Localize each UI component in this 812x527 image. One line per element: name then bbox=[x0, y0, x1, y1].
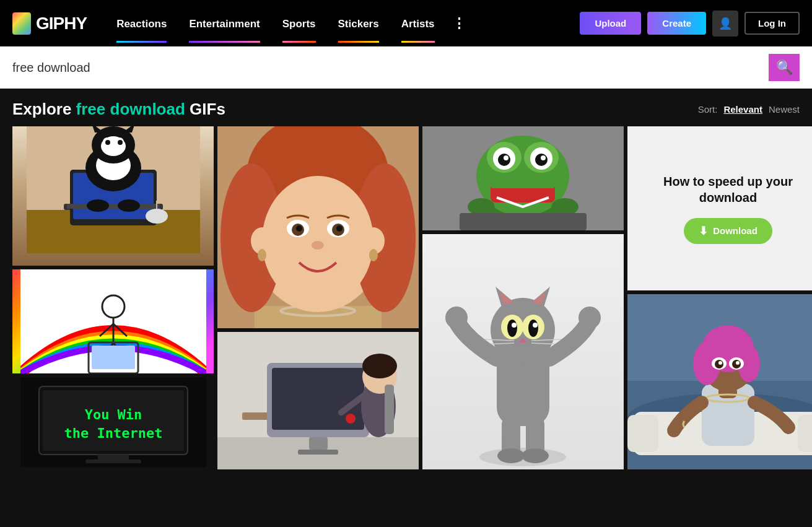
gif-column-1: ✦ ✦ ✦ bbox=[12, 126, 214, 469]
explore-section: Explore free download GIFs Sort: Relevan… bbox=[0, 89, 812, 126]
svg-rect-71 bbox=[385, 385, 394, 434]
svg-point-53 bbox=[336, 225, 343, 232]
search-bar: 🔍 bbox=[0, 46, 812, 89]
svg-point-14 bbox=[105, 140, 110, 145]
svg-point-84 bbox=[541, 155, 546, 160]
svg-point-132 bbox=[736, 361, 740, 365]
search-input[interactable] bbox=[12, 61, 769, 75]
svg-rect-87 bbox=[460, 213, 587, 230]
search-button[interactable]: 🔍 bbox=[769, 54, 800, 81]
svg-point-17 bbox=[118, 199, 140, 212]
user-icon-button[interactable]: 👤 bbox=[712, 11, 738, 37]
sort-controls: Sort: Relevant Newest bbox=[698, 104, 800, 115]
upload-button[interactable]: Upload bbox=[580, 12, 641, 35]
create-button[interactable]: Create bbox=[647, 12, 706, 35]
svg-point-101 bbox=[533, 323, 538, 328]
explore-prefix: Explore bbox=[12, 100, 76, 118]
cat-standing-illustration bbox=[422, 234, 624, 469]
svg-point-111 bbox=[497, 448, 525, 463]
svg-point-15 bbox=[118, 140, 123, 145]
search-icon: 🔍 bbox=[776, 59, 793, 76]
svg-rect-66 bbox=[298, 450, 338, 455]
explore-suffix: GIFs bbox=[185, 100, 225, 118]
gif-woman-smile[interactable] bbox=[217, 126, 419, 328]
cat-typing-illustration bbox=[27, 126, 200, 253]
sort-newest-button[interactable]: Newest bbox=[769, 104, 800, 115]
svg-rect-117 bbox=[627, 415, 658, 452]
nav-item-reactions[interactable]: Reactions bbox=[105, 4, 178, 43]
gif-grid: ✦ ✦ ✦ bbox=[0, 126, 812, 482]
you-win-illustration: You Win the Internet bbox=[20, 377, 206, 467]
ad-download-button[interactable]: ⬇ Download bbox=[684, 218, 772, 244]
explore-highlight: free download bbox=[76, 100, 185, 118]
svg-point-81 bbox=[498, 154, 510, 166]
svg-point-16 bbox=[87, 199, 109, 212]
svg-text:You Win: You Win bbox=[84, 407, 142, 422]
user-icon: 👤 bbox=[718, 17, 732, 30]
svg-rect-76 bbox=[491, 181, 555, 188]
svg-rect-118 bbox=[798, 415, 812, 452]
svg-point-98 bbox=[507, 320, 517, 337]
kermit-typing-illustration bbox=[422, 126, 624, 230]
svg-text:✦: ✦ bbox=[175, 281, 181, 290]
nav-item-stickers[interactable]: Stickers bbox=[327, 4, 390, 43]
explore-title: Explore free download GIFs bbox=[12, 100, 225, 119]
person-computer-illustration bbox=[217, 332, 419, 469]
svg-point-112 bbox=[522, 448, 549, 463]
download-icon: ⬇ bbox=[699, 224, 708, 238]
svg-point-69 bbox=[362, 354, 397, 378]
sort-label: Sort: bbox=[698, 104, 718, 115]
svg-point-57 bbox=[258, 249, 266, 261]
svg-point-52 bbox=[296, 225, 302, 232]
login-button[interactable]: Log In bbox=[744, 12, 800, 35]
rihanna-illustration bbox=[627, 294, 812, 469]
ad-title: How to speed up your download bbox=[640, 173, 812, 206]
ad-button-label: Download bbox=[713, 225, 757, 236]
svg-rect-5 bbox=[67, 204, 160, 209]
logo[interactable]: GIPHY bbox=[12, 12, 87, 35]
gif-column-4: How to speed up your download ⬇ Download bbox=[627, 126, 812, 469]
svg-point-131 bbox=[718, 361, 722, 365]
svg-rect-31 bbox=[92, 346, 135, 369]
sort-relevant-button[interactable]: Relevant bbox=[723, 104, 762, 115]
svg-point-99 bbox=[528, 320, 538, 337]
nav-item-sports[interactable]: Sports bbox=[271, 4, 327, 43]
gif-column-2 bbox=[217, 126, 419, 469]
svg-point-107 bbox=[445, 307, 468, 329]
site-header: GIPHY Reactions Entertainment Sports Sti… bbox=[0, 0, 812, 46]
gif-kermit-typing[interactable] bbox=[422, 126, 624, 230]
gif-column-3 bbox=[422, 126, 624, 469]
logo-text: GIPHY bbox=[36, 14, 87, 33]
nav-item-artists[interactable]: Artists bbox=[390, 4, 446, 43]
nav-item-entertainment[interactable]: Entertainment bbox=[178, 4, 271, 43]
svg-point-54 bbox=[312, 241, 324, 250]
main-nav: Reactions Entertainment Sports Stickers … bbox=[105, 3, 471, 44]
svg-rect-35 bbox=[98, 455, 129, 459]
gif-rainbow-dance[interactable]: ✦ ✦ ✦ bbox=[12, 269, 214, 373]
gif-how-to-speed-ad[interactable]: How to speed up your download ⬇ Download bbox=[627, 126, 812, 290]
svg-rect-65 bbox=[309, 437, 328, 450]
gif-you-win-internet[interactable]: You Win the Internet bbox=[12, 377, 214, 467]
svg-point-18 bbox=[146, 209, 168, 224]
svg-point-82 bbox=[535, 154, 548, 166]
svg-point-108 bbox=[578, 307, 601, 329]
gif-cat-standing[interactable] bbox=[422, 234, 624, 469]
svg-point-86 bbox=[551, 198, 578, 216]
svg-text:✦: ✦ bbox=[101, 276, 106, 283]
header-actions: Upload Create 👤 Log In bbox=[580, 11, 800, 37]
woman-smile-illustration bbox=[217, 126, 419, 328]
logo-icon bbox=[12, 12, 31, 35]
gif-person-computer[interactable] bbox=[217, 332, 419, 469]
svg-point-83 bbox=[504, 155, 509, 160]
svg-rect-36 bbox=[85, 459, 141, 463]
svg-point-64 bbox=[346, 414, 356, 424]
gif-cat-typing[interactable] bbox=[12, 126, 214, 266]
svg-rect-125 bbox=[718, 386, 737, 398]
svg-point-85 bbox=[468, 198, 495, 216]
nav-more-button[interactable]: ⋮ bbox=[446, 3, 472, 44]
rainbow-dance-illustration: ✦ ✦ ✦ bbox=[20, 269, 206, 373]
gif-rihanna[interactable] bbox=[627, 294, 812, 469]
svg-text:✦: ✦ bbox=[33, 285, 41, 296]
svg-point-58 bbox=[369, 249, 378, 261]
svg-text:the Internet: the Internet bbox=[64, 425, 162, 441]
